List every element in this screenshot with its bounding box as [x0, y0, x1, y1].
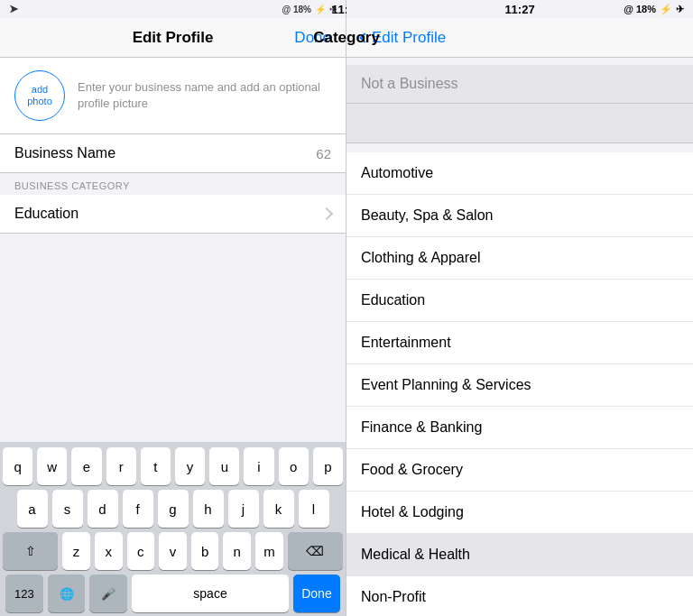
cat-item-education[interactable]: Education: [346, 280, 693, 322]
key-h[interactable]: h: [193, 490, 224, 528]
right-time: 11:27: [504, 3, 534, 16]
keyboard-row-2: a s d f g h j k l: [3, 490, 343, 528]
key-l[interactable]: l: [299, 490, 329, 528]
key-q[interactable]: q: [3, 447, 32, 485]
key-r[interactable]: r: [106, 447, 136, 485]
category-label: Education: [14, 206, 79, 222]
keyboard[interactable]: q w e r t y u i o p a s d f g h j k l ⇧ …: [0, 442, 346, 616]
cat-item-nonprofit[interactable]: Non-Profit: [346, 576, 693, 616]
profile-section: add photo Enter your business name and a…: [0, 58, 346, 134]
category-list: Not a Business Automotive Beauty, Spa & …: [346, 58, 693, 616]
key-numbers[interactable]: 123: [5, 575, 43, 612]
left-status-icons: @ 18% ⚡ ✈: [282, 5, 337, 14]
key-i[interactable]: i: [244, 447, 273, 485]
right-bolt-icon: ⚡: [660, 4, 672, 15]
key-u[interactable]: u: [209, 447, 239, 485]
key-a[interactable]: a: [17, 490, 48, 528]
key-e[interactable]: e: [71, 447, 101, 485]
cat-item-medical[interactable]: Medical & Health: [346, 534, 693, 576]
key-space[interactable]: space: [132, 575, 289, 612]
key-m[interactable]: m: [255, 532, 283, 570]
nav-bar-right: Edit Profile Category: [346, 18, 693, 58]
status-bar-right: 11:27 @ 18% ⚡ ✈: [346, 0, 693, 18]
key-s[interactable]: s: [52, 490, 83, 528]
key-shift[interactable]: ⇧: [3, 532, 58, 570]
business-name-field[interactable]: Business Name 62: [0, 134, 346, 173]
cat-item-automotive[interactable]: Automotive: [346, 152, 693, 195]
right-nav-title: Category: [313, 29, 380, 47]
category-spacer: [346, 143, 693, 152]
keyboard-row-3: ⇧ z x c v b n m ⌫: [3, 532, 343, 570]
nav-bar-left: Edit Profile Done: [0, 18, 346, 58]
cat-item-entertainment[interactable]: Entertainment: [346, 322, 693, 364]
arrow-icon: ➤: [9, 3, 18, 15]
key-p[interactable]: p: [313, 447, 343, 485]
key-x[interactable]: x: [95, 532, 123, 570]
cat-item-beauty[interactable]: Beauty, Spa & Salon: [346, 195, 693, 237]
key-n[interactable]: n: [223, 532, 251, 570]
selected-placeholder: [346, 104, 693, 143]
key-j[interactable]: j: [228, 490, 259, 528]
category-row[interactable]: Education: [0, 195, 346, 234]
profile-description: Enter your business name and add an opti…: [78, 79, 331, 112]
key-delete[interactable]: ⌫: [288, 532, 343, 570]
status-bar-left: ➤ 11:27 @ 18% ⚡ ✈: [0, 0, 346, 18]
bolt-icon: ⚡: [315, 5, 326, 14]
key-c[interactable]: c: [127, 532, 155, 570]
add-photo-button[interactable]: add photo: [14, 70, 65, 121]
right-signal-icon: @ 18%: [624, 4, 656, 14]
business-name-count: 62: [316, 146, 331, 161]
key-z[interactable]: z: [62, 532, 90, 570]
cat-item-hotel[interactable]: Hotel & Lodging: [346, 492, 693, 534]
keyboard-bottom-row: 123 🌐 🎤 space Done: [3, 575, 343, 612]
key-done[interactable]: Done: [293, 575, 340, 612]
business-category-header: BUSINESS CATEGORY: [0, 173, 346, 195]
not-a-business-item[interactable]: Not a Business: [346, 65, 693, 104]
key-mic[interactable]: 🎤: [89, 575, 127, 612]
key-d[interactable]: d: [88, 490, 118, 528]
key-y[interactable]: y: [175, 447, 205, 485]
empty-area: [0, 234, 346, 442]
right-panel: 11:27 @ 18% ⚡ ✈ Edit Profile Category No…: [346, 0, 693, 616]
signal-icon: @ 18%: [282, 5, 311, 14]
right-status-icons: @ 18% ⚡ ✈: [624, 4, 684, 15]
back-label: Edit Profile: [372, 29, 446, 47]
key-t[interactable]: t: [141, 447, 171, 485]
business-name-label: Business Name: [14, 145, 116, 161]
cat-item-finance[interactable]: Finance & Banking: [346, 407, 693, 449]
left-nav-title: Edit Profile: [133, 29, 214, 47]
key-v[interactable]: v: [159, 532, 187, 570]
key-w[interactable]: w: [37, 447, 67, 485]
cat-item-event-planning[interactable]: Event Planning & Services: [346, 364, 693, 407]
left-panel: ➤ 11:27 @ 18% ⚡ ✈ Edit Profile Done add …: [0, 0, 346, 616]
key-o[interactable]: o: [279, 447, 309, 485]
add-label: add: [32, 84, 48, 96]
cat-item-food[interactable]: Food & Grocery: [346, 449, 693, 492]
not-a-business-section: Not a Business: [346, 65, 693, 104]
key-g[interactable]: g: [158, 490, 189, 528]
key-k[interactable]: k: [263, 490, 294, 528]
top-spacer: [346, 58, 693, 65]
cat-item-clothing[interactable]: Clothing & Apparel: [346, 237, 693, 280]
key-globe[interactable]: 🌐: [48, 575, 86, 612]
photo-label: photo: [27, 96, 52, 107]
keyboard-row-1: q w e r t y u i o p: [3, 447, 343, 485]
right-plane-icon: ✈: [676, 4, 684, 15]
key-f[interactable]: f: [123, 490, 153, 528]
chevron-right-icon: [320, 207, 333, 220]
key-b[interactable]: b: [191, 532, 219, 570]
